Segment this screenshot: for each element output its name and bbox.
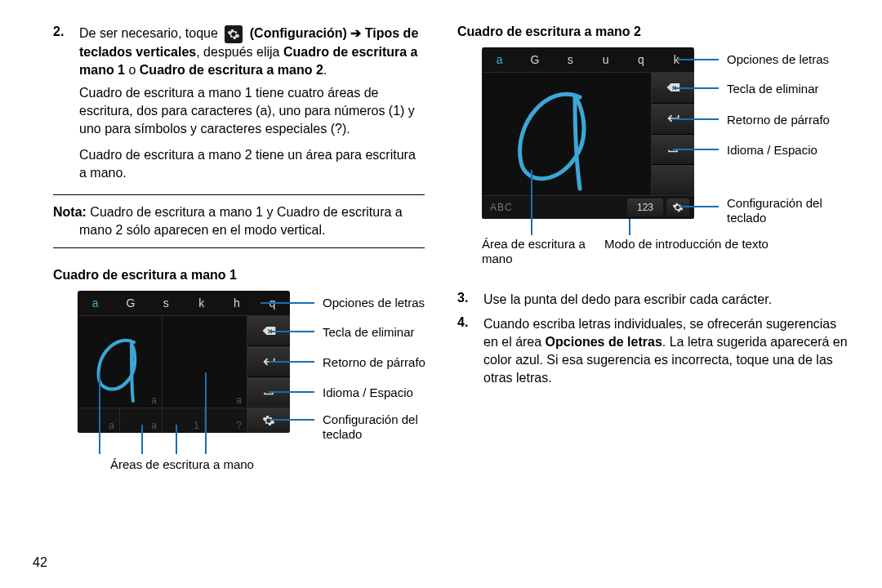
- leader-line: [678, 59, 719, 60]
- page-number: 42: [33, 555, 47, 570]
- letter-option: q: [623, 53, 658, 66]
- step-text: Use la punta del dedo para escribir cada…: [483, 291, 849, 309]
- hint: a: [236, 394, 242, 406]
- letter-option: G: [113, 296, 148, 310]
- letter-option: s: [553, 53, 588, 66]
- leader-line: [629, 219, 630, 235]
- paragraph: Cuadro de escritura a mano 1 tiene cuatr…: [79, 84, 425, 138]
- step-number: 2.: [53, 24, 79, 183]
- figure-1-title: Cuadro de escritura a mano 1: [53, 268, 425, 283]
- letter-option: a: [482, 53, 517, 66]
- note-label: Nota:: [53, 205, 87, 219]
- blank-key: [652, 165, 694, 195]
- text: De ser necesario, toque: [79, 26, 218, 40]
- handwriting-box-1: a G s k h q a a: [78, 291, 290, 433]
- step-number: 3.: [457, 291, 483, 309]
- below-label: Áreas de escritura a mano: [110, 457, 254, 472]
- handwriting-area: [482, 73, 652, 195]
- callout: Configuración del teclado: [323, 412, 429, 442]
- text: Cuadro de escritura a mano 2: [140, 63, 323, 77]
- leader-line: [673, 118, 719, 120]
- below-label: Área de escritura a mano: [482, 237, 596, 266]
- text: (Configuración): [250, 26, 347, 40]
- callout: Idioma / Espacio: [323, 385, 413, 400]
- text: o: [125, 63, 140, 77]
- letter-option: a: [78, 296, 113, 310]
- letter-option: h: [219, 296, 254, 310]
- step-number: 4.: [457, 315, 483, 387]
- hint: a: [151, 394, 157, 406]
- callout: Opciones de letras: [323, 296, 425, 310]
- text: Opciones de letras: [546, 335, 662, 349]
- abc-label: ABC: [482, 202, 627, 213]
- handwriting-subarea: 1: [163, 408, 205, 433]
- leader-line: [531, 170, 532, 235]
- below-label: Modo de introducción de texto: [604, 237, 768, 252]
- mode-123-key: 123: [627, 198, 663, 216]
- leader-line: [99, 372, 100, 454]
- letter-option: s: [149, 296, 184, 310]
- callout: Opciones de letras: [727, 52, 829, 67]
- step-text: De ser necesario, toque (Configuración) …: [79, 24, 425, 183]
- note-text: Cuadro de escritura a mano 1 y Cuadro de…: [79, 205, 403, 237]
- handwriting-subarea: ?: [205, 408, 247, 433]
- figure-2: a G s u q k: [482, 47, 849, 284]
- callout: Tecla de eliminar: [323, 325, 415, 340]
- text: .: [323, 63, 327, 77]
- bottom-areas: a a 1 ?: [78, 408, 290, 433]
- gear-icon: [225, 25, 243, 43]
- leader-line: [141, 425, 143, 454]
- bottom-bar: ABC 123: [482, 195, 694, 219]
- step-4: 4. Cuando escriba letras individuales, s…: [457, 315, 849, 387]
- letter-option: k: [184, 296, 219, 310]
- handwriting-area: a: [78, 316, 163, 408]
- letter-option: G: [517, 53, 552, 66]
- text: , después elija: [196, 45, 279, 59]
- leader-line: [269, 391, 314, 393]
- callout: Idioma / Espacio: [727, 143, 817, 158]
- letter-options-bar: a G s k h q: [78, 291, 290, 316]
- step-3: 3. Use la punta del dedo para escribir c…: [457, 291, 849, 309]
- callout: Configuración del teclado: [727, 196, 833, 225]
- text: ➔: [350, 26, 361, 40]
- leader-line: [269, 419, 314, 421]
- handwriting-box-2: a G s u q k: [482, 47, 694, 219]
- step-2: 2. De ser necesario, toque (Configuració…: [53, 24, 425, 183]
- leader-line: [176, 425, 177, 454]
- leader-line: [261, 302, 314, 304]
- leader-line: [673, 149, 719, 150]
- leader-line: [269, 331, 314, 332]
- step-text: Cuando escriba letras individuales, se o…: [483, 315, 849, 387]
- figure-2-title: Cuadro de escritura a mano 2: [457, 24, 849, 39]
- leader-line: [681, 206, 719, 207]
- note-block: Nota: Cuadro de escritura a mano 1 y Cua…: [53, 194, 425, 248]
- gear-key: [666, 198, 689, 216]
- letter-option: u: [588, 53, 623, 66]
- leader-line: [205, 372, 207, 454]
- gear-key: [247, 408, 290, 433]
- leader-line: [673, 87, 719, 89]
- callout: Retorno de párrafo: [727, 113, 830, 127]
- figure-1: a G s k h q a a: [78, 291, 425, 519]
- letter-options-bar: a G s u q k: [482, 47, 694, 73]
- callout: Tecla de eliminar: [727, 82, 819, 96]
- paragraph: Cuadro de escritura a mano 2 tiene un ár…: [79, 146, 425, 182]
- key-column: [652, 73, 694, 195]
- leader-line: [269, 361, 314, 363]
- callout: Retorno de párrafo: [323, 355, 425, 370]
